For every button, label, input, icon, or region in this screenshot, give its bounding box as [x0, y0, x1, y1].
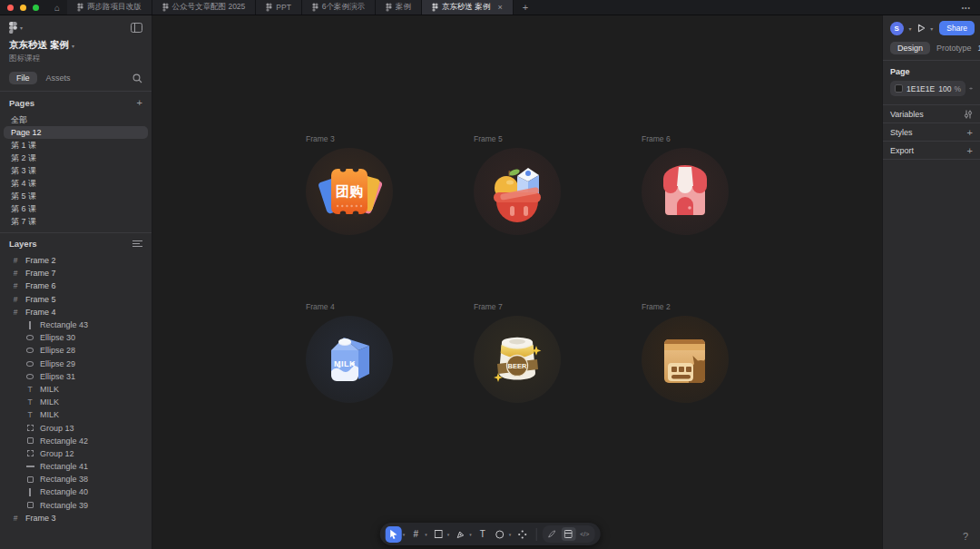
layer-frame-expanded[interactable]: #Frame 4: [0, 306, 152, 319]
zoom-window-button[interactable]: [33, 5, 39, 11]
layer-frame[interactable]: #Frame 2: [0, 254, 152, 267]
frame-label[interactable]: Frame 2: [642, 302, 729, 311]
add-page-icon[interactable]: +: [137, 97, 142, 108]
frame-label[interactable]: Frame 6: [642, 134, 729, 143]
styles-section[interactable]: Styles +: [883, 123, 980, 141]
layer-text[interactable]: TMILK: [0, 383, 152, 396]
frame-tool-button[interactable]: #: [407, 526, 424, 543]
variables-section[interactable]: Variables: [883, 105, 980, 123]
tab-file-3[interactable]: PPT: [256, 0, 302, 15]
page-item[interactable]: 第 1 课: [0, 139, 152, 152]
comment-tool-button[interactable]: [492, 526, 508, 543]
layer-ellipse[interactable]: Ellipse 30: [0, 331, 152, 344]
layer-frame[interactable]: #Frame 5: [0, 293, 152, 306]
layer-rectangle[interactable]: Rectangle 39: [0, 499, 152, 512]
layer-rectangle[interactable]: Rectangle 43: [0, 319, 152, 331]
main-menu-chevron-icon[interactable]: ▾: [20, 25, 23, 31]
layer-rectangle[interactable]: Rectangle 40: [0, 485, 152, 498]
pet-food-bag-icon[interactable]: [642, 316, 729, 403]
design-canvas[interactable]: Frame 3 团购 Frame 5: [152, 15, 882, 549]
figma-logo-icon[interactable]: [9, 22, 17, 34]
grocery-basket-icon[interactable]: [474, 148, 561, 235]
dev-mode-button[interactable]: </>: [577, 527, 592, 541]
tab-assets-panel[interactable]: Assets: [46, 74, 71, 83]
minimize-window-button[interactable]: [20, 5, 26, 11]
tab-file-panel[interactable]: File: [9, 72, 37, 84]
page-item[interactable]: 第 4 课: [0, 177, 152, 190]
page-color-input[interactable]: 1E1E1E 100 %: [890, 81, 965, 96]
layer-text[interactable]: TMILK: [0, 408, 152, 421]
page-item[interactable]: 第 2 课: [0, 152, 152, 164]
layer-frame[interactable]: #Frame 6: [0, 279, 152, 292]
layout-mode-button[interactable]: [561, 527, 575, 541]
group-buy-coupon-icon[interactable]: 团购: [306, 148, 393, 235]
layer-frame[interactable]: #Frame 3: [0, 512, 152, 524]
page-item[interactable]: 第 6 课: [0, 202, 152, 215]
tab-file-active[interactable]: 京东秒送 案例 ×: [422, 0, 514, 15]
add-export-icon[interactable]: +: [967, 145, 973, 156]
canvas-frame-6[interactable]: Frame 6: [642, 134, 729, 235]
tab-file-2[interactable]: 公众号文章配图 2025: [152, 0, 257, 15]
layer-group[interactable]: Group 13: [0, 421, 152, 434]
frame-label[interactable]: Frame 7: [474, 302, 561, 311]
actions-button[interactable]: [514, 526, 530, 543]
canvas-frame-5[interactable]: Frame 5: [474, 134, 561, 235]
canvas-frame-7[interactable]: Frame 7 BEER: [474, 302, 561, 403]
share-button[interactable]: Share: [939, 21, 975, 35]
search-icon[interactable]: [132, 74, 142, 83]
page-item-selected[interactable]: Page 12: [4, 126, 148, 139]
page-item[interactable]: 第 7 课: [0, 215, 152, 228]
canvas-frame-2[interactable]: Frame 2: [642, 302, 729, 403]
file-title-chevron-icon[interactable]: ▾: [72, 43, 74, 49]
frame-label[interactable]: Frame 5: [474, 134, 561, 143]
pen-tool-button[interactable]: [452, 526, 468, 543]
draw-mode-button[interactable]: [544, 527, 559, 541]
milk-carton-icon[interactable]: MILK: [306, 316, 393, 403]
page-item[interactable]: 第 5 课: [0, 190, 152, 202]
shape-tool-chevron-icon[interactable]: ▾: [447, 532, 450, 537]
comment-tool-chevron-icon[interactable]: ▾: [509, 532, 512, 537]
page-item[interactable]: 全部: [0, 113, 152, 126]
collapse-panel-icon[interactable]: [131, 23, 142, 33]
color-hex-value[interactable]: 1E1E1E: [906, 84, 935, 93]
layer-text[interactable]: TMILK: [0, 396, 152, 408]
add-style-icon[interactable]: +: [967, 127, 973, 138]
avatar[interactable]: S: [890, 22, 904, 35]
canvas-frame-3[interactable]: Frame 3 团购: [306, 134, 393, 235]
beer-can-icon[interactable]: BEER: [474, 316, 561, 403]
layer-ellipse[interactable]: Ellipse 29: [0, 358, 152, 370]
layer-rectangle[interactable]: Rectangle 42: [0, 435, 152, 447]
text-tool-button[interactable]: T: [475, 526, 491, 543]
home-icon[interactable]: ⌂: [47, 0, 67, 15]
new-tab-button[interactable]: +: [514, 0, 537, 15]
page-item[interactable]: 第 3 课: [0, 164, 152, 177]
move-tool-button[interactable]: [386, 526, 402, 543]
export-section[interactable]: Export +: [883, 142, 980, 159]
layer-rectangle[interactable]: Rectangle 38: [0, 473, 152, 485]
close-tab-icon[interactable]: ×: [497, 3, 502, 12]
account-chevron-icon[interactable]: ▾: [909, 25, 912, 32]
adjust-sliders-icon[interactable]: [964, 110, 973, 119]
frame-label[interactable]: Frame 4: [306, 302, 393, 311]
close-window-button[interactable]: [7, 5, 14, 11]
layers-options-icon[interactable]: [132, 240, 142, 248]
present-chevron-icon[interactable]: ▾: [930, 25, 933, 32]
present-play-icon[interactable]: [917, 24, 926, 33]
layer-ellipse[interactable]: Ellipse 31: [0, 370, 152, 383]
frame-label[interactable]: Frame 3: [306, 134, 393, 143]
tab-prototype[interactable]: Prototype: [936, 44, 972, 53]
shape-tool-button[interactable]: [430, 526, 446, 543]
layer-rectangle[interactable]: Rectangle 41: [0, 460, 152, 473]
tab-design[interactable]: Design: [890, 42, 930, 54]
frame-tool-chevron-icon[interactable]: ▾: [425, 532, 427, 537]
layer-frame[interactable]: #Frame 7: [0, 267, 152, 279]
help-button[interactable]: ?: [963, 531, 968, 542]
layer-ellipse[interactable]: Ellipse 28: [0, 344, 152, 357]
tab-file-1[interactable]: 两步路项目改版: [67, 0, 152, 15]
tab-file-5[interactable]: 案例: [376, 0, 422, 15]
overflow-menu-icon[interactable]: •••: [962, 0, 971, 15]
pen-tool-chevron-icon[interactable]: ▾: [469, 532, 472, 537]
storefront-icon[interactable]: [642, 148, 729, 235]
visibility-eye-icon[interactable]: [969, 84, 973, 93]
move-tool-chevron-icon[interactable]: ▾: [403, 532, 406, 537]
